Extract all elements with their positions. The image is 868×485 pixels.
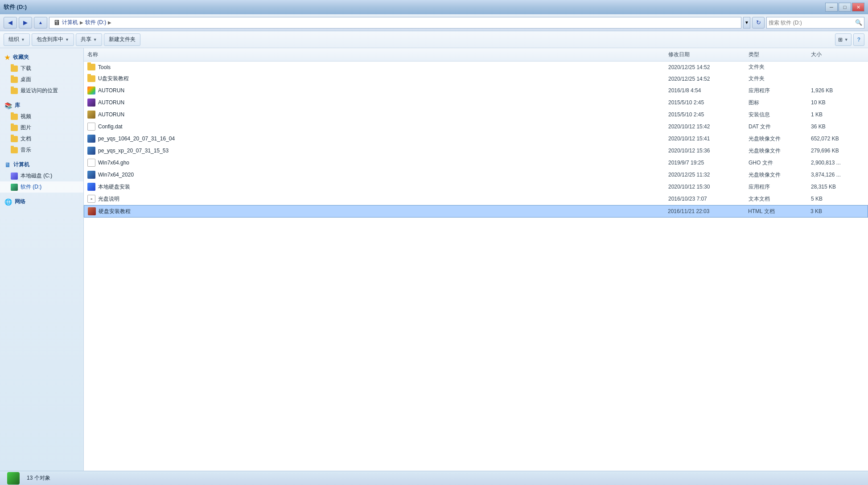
address-dropdown-button[interactable]: ▼ — [743, 17, 750, 29]
html-icon — [88, 207, 96, 215]
file-size: 1,926 KB — [811, 87, 864, 94]
file-name-cell: ≡ 光盘说明 — [87, 195, 668, 203]
path-segment-computer[interactable]: 计算机 — [62, 19, 78, 26]
sidebar-downloads-label: 下载 — [21, 65, 31, 72]
file-type: HTML 文档 — [748, 208, 810, 215]
table-row[interactable]: Win7x64_2020 2020/12/25 11:32 光盘映像文件 3,8… — [84, 169, 868, 181]
close-button[interactable]: ✕ — [852, 3, 864, 12]
table-row[interactable]: Config.dat 2020/10/12 15:42 DAT 文件 36 KB — [84, 121, 868, 133]
sidebar: ★ 收藏夹 下载 桌面 最近访问的位置 📚 库 — [0, 48, 84, 471]
folder-icon — [11, 125, 18, 131]
file-name: U盘安装教程 — [98, 75, 129, 82]
table-row[interactable]: ≡ 光盘说明 2016/10/23 7:07 文本文档 5 KB — [84, 193, 868, 205]
file-size: 28,315 KB — [811, 184, 864, 190]
back-button[interactable]: ◀ — [4, 17, 17, 29]
table-row[interactable]: U盘安装教程 2020/12/25 14:52 文件夹 — [84, 73, 868, 85]
table-row[interactable]: Win7x64.gho 2019/9/7 19:25 GHO 文件 2,900,… — [84, 157, 868, 169]
table-row[interactable]: 本地硬盘安装 2020/10/12 15:30 应用程序 28,315 KB — [84, 181, 868, 193]
col-header-modified[interactable]: 修改日期 — [668, 51, 749, 58]
views-button[interactable]: ⊞ ▼ — [835, 33, 852, 46]
file-type: GHO 文件 — [749, 159, 811, 167]
table-row[interactable]: AUTORUN 2015/5/10 2:45 图标 10 KB — [84, 97, 868, 109]
sidebar-header-library[interactable]: 📚 库 — [0, 100, 83, 111]
col-header-name[interactable]: 名称 — [87, 51, 668, 58]
views-arrow: ▼ — [844, 37, 848, 42]
file-size: 2,900,813 ... — [811, 160, 864, 166]
file-name-cell: pe_yqs_xp_20_07_31_15_53 — [87, 147, 668, 155]
file-size: 279,696 KB — [811, 148, 864, 154]
file-type: 应用程序 — [749, 87, 811, 95]
file-size: 10 KB — [811, 99, 864, 106]
minimize-button[interactable]: ─ — [825, 3, 838, 12]
exe-blue-icon — [87, 183, 95, 191]
file-modified: 2020/12/25 14:52 — [668, 64, 749, 70]
sidebar-local-c-label: 本地磁盘 (C:) — [21, 172, 52, 180]
sidebar-header-favorites[interactable]: ★ 收藏夹 — [0, 52, 83, 63]
sidebar-header-computer[interactable]: 🖥 计算机 — [0, 159, 83, 170]
sidebar-item-desktop[interactable]: 桌面 — [0, 74, 83, 85]
file-name: AUTORUN — [98, 111, 124, 118]
forward-button[interactable]: ▶ — [19, 17, 32, 29]
folder-icon — [11, 77, 18, 83]
file-name-cell: pe_yqs_1064_20_07_31_16_04 — [87, 135, 668, 143]
sidebar-item-document[interactable]: 文档 — [0, 133, 83, 144]
file-name: pe_yqs_xp_20_07_31_15_53 — [98, 148, 169, 154]
star-icon: ★ — [4, 54, 10, 61]
file-name-cell: 本地硬盘安装 — [87, 183, 668, 191]
sidebar-picture-label: 图片 — [21, 124, 31, 132]
table-row[interactable]: AUTORUN 2015/5/10 2:45 安装信息 1 KB — [84, 109, 868, 121]
table-row[interactable]: 硬盘安装教程 2016/11/21 22:03 HTML 文档 3 KB — [84, 205, 868, 218]
toolbar: 组织 ▼ 包含到库中 ▼ 共享 ▼ 新建文件夹 ⊞ ▼ ? — [0, 31, 868, 48]
maximize-button[interactable]: □ — [839, 3, 851, 12]
main-layout: ★ 收藏夹 下载 桌面 最近访问的位置 📚 库 — [0, 48, 868, 471]
folder-icon — [11, 88, 18, 94]
share-button[interactable]: 共享 ▼ — [76, 33, 102, 46]
file-modified: 2015/5/10 2:45 — [668, 111, 749, 118]
table-row[interactable]: AUTORUN 2016/1/8 4:54 应用程序 1,926 KB — [84, 85, 868, 97]
addressbar: ◀ ▶ ▲ 🖥 计算机 ▶ 软件 (D:) ▶ ▼ ↻ 🔍 — [0, 14, 868, 31]
sidebar-item-music[interactable]: 音乐 — [0, 144, 83, 156]
sidebar-item-picture[interactable]: 图片 — [0, 122, 83, 133]
file-name-cell: U盘安装教程 — [87, 75, 668, 82]
help-button[interactable]: ? — [853, 33, 864, 46]
file-name-cell: 硬盘安装教程 — [88, 207, 668, 215]
file-name: Tools — [98, 64, 111, 70]
table-row[interactable]: pe_yqs_1064_20_07_31_16_04 2020/10/12 15… — [84, 133, 868, 145]
library-icon: 📚 — [4, 102, 12, 109]
sidebar-music-label: 音乐 — [21, 146, 31, 154]
sidebar-item-downloads[interactable]: 下载 — [0, 63, 83, 74]
file-size: 36 KB — [811, 123, 864, 130]
gho-icon — [87, 159, 95, 167]
file-type: 文本文档 — [749, 195, 811, 203]
table-row[interactable]: Tools 2020/12/25 14:52 文件夹 — [84, 62, 868, 73]
sidebar-item-video[interactable]: 视频 — [0, 111, 83, 122]
file-modified: 2020/12/25 14:52 — [668, 76, 749, 82]
address-path[interactable]: 🖥 计算机 ▶ 软件 (D:) ▶ — [49, 17, 741, 29]
sidebar-library-label: 库 — [15, 102, 20, 109]
sidebar-item-local-c[interactable]: 本地磁盘 (C:) — [0, 170, 83, 181]
ico-icon — [87, 99, 95, 107]
sidebar-header-network[interactable]: 🌐 网络 — [0, 196, 83, 207]
file-name: Win7x64.gho — [98, 160, 129, 166]
new-folder-button[interactable]: 新建文件夹 — [104, 33, 140, 46]
sidebar-item-soft-d[interactable]: 软件 (D:) — [0, 181, 83, 193]
search-input[interactable] — [769, 20, 855, 26]
sidebar-item-recent[interactable]: 最近访问的位置 — [0, 85, 83, 96]
file-name-cell: AUTORUN — [87, 86, 668, 95]
search-box[interactable]: 🔍 — [766, 17, 864, 29]
file-name-cell: AUTORUN — [87, 111, 668, 119]
path-segment-drive[interactable]: 软件 (D:) — [85, 19, 106, 26]
table-row[interactable]: pe_yqs_xp_20_07_31_15_53 2020/10/12 15:3… — [84, 145, 868, 157]
folder-icon — [11, 136, 18, 142]
col-header-size[interactable]: 大小 — [811, 51, 864, 58]
file-name: Win7x64_2020 — [98, 172, 134, 178]
sidebar-section-network: 🌐 网络 — [0, 196, 83, 207]
organize-button[interactable]: 组织 ▼ — [4, 33, 30, 46]
file-name: AUTORUN — [98, 99, 124, 106]
include-library-button[interactable]: 包含到库中 ▼ — [32, 33, 74, 46]
file-type: 安装信息 — [749, 111, 811, 119]
refresh-button[interactable]: ↻ — [752, 17, 765, 29]
up-button[interactable]: ▲ — [34, 17, 47, 29]
col-header-type[interactable]: 类型 — [749, 51, 811, 58]
file-name-cell: Tools — [87, 64, 668, 70]
